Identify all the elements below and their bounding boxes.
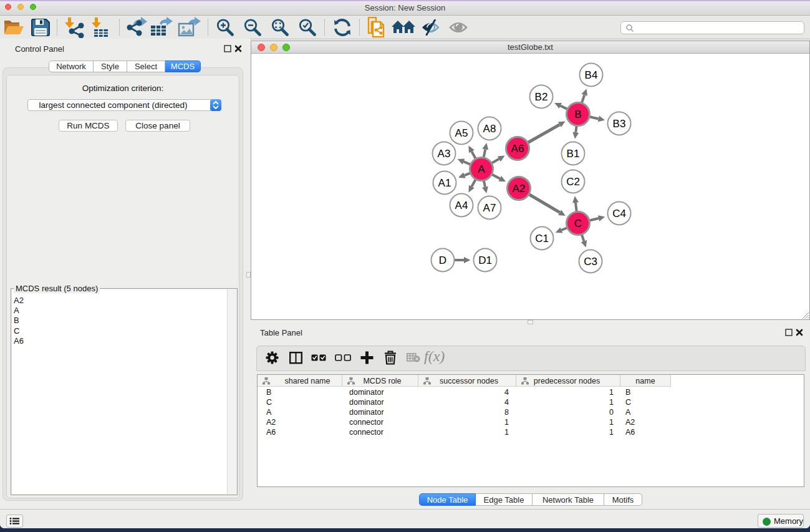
svg-text:1: 1 [609, 428, 614, 437]
svg-text:1: 1 [609, 398, 614, 407]
svg-text:dominator: dominator [349, 388, 384, 397]
svg-text:C4: C4 [612, 208, 626, 220]
svg-text:B: B [574, 109, 581, 120]
svg-text:C2: C2 [566, 176, 580, 188]
svg-text:C: C [574, 218, 582, 230]
svg-text:name: name [635, 377, 655, 385]
svg-text:A2: A2 [513, 183, 526, 195]
svg-text:0: 0 [609, 408, 614, 417]
svg-text:C3: C3 [584, 256, 597, 268]
svg-text:B: B [625, 388, 630, 397]
svg-text:A6: A6 [625, 428, 635, 437]
svg-text:A: A [625, 408, 631, 417]
svg-text:D: D [439, 254, 446, 266]
svg-text:A: A [266, 408, 272, 417]
svg-text:A8: A8 [483, 123, 496, 135]
svg-text:B4: B4 [585, 69, 598, 81]
svg-text:C: C [625, 398, 631, 407]
svg-text:A7: A7 [483, 202, 496, 214]
svg-text:A6: A6 [266, 428, 276, 437]
svg-text:D1: D1 [478, 254, 492, 266]
svg-text:B: B [266, 388, 271, 397]
svg-text:B2: B2 [535, 91, 548, 103]
svg-text:1: 1 [609, 418, 614, 427]
svg-text:A1: A1 [438, 177, 451, 189]
svg-text:A2: A2 [625, 418, 635, 427]
svg-text:B3: B3 [613, 118, 626, 130]
svg-text:1: 1 [504, 418, 509, 427]
svg-text:C: C [266, 398, 272, 407]
svg-text:1: 1 [504, 428, 509, 437]
svg-text:MCDS role: MCDS role [363, 377, 401, 385]
svg-text:A: A [478, 163, 485, 175]
svg-text:B1: B1 [567, 148, 580, 160]
svg-text:shared name: shared name [285, 377, 330, 385]
svg-text:A4: A4 [455, 200, 468, 211]
svg-text:4: 4 [504, 388, 509, 397]
svg-text:connector: connector [349, 418, 383, 427]
svg-text:dominator: dominator [349, 408, 384, 417]
svg-text:4: 4 [504, 398, 509, 407]
svg-text:A5: A5 [455, 127, 468, 139]
svg-text:successor nodes: successor nodes [440, 377, 498, 385]
svg-text:1: 1 [609, 388, 614, 397]
svg-text:8: 8 [504, 408, 509, 417]
svg-text:C1: C1 [535, 233, 549, 244]
svg-text:dominator: dominator [349, 398, 384, 407]
svg-text:A2: A2 [266, 418, 276, 427]
svg-text:predecessor nodes: predecessor nodes [534, 377, 600, 385]
svg-text:connector: connector [349, 428, 383, 437]
svg-text:A6: A6 [511, 143, 524, 155]
svg-text:A3: A3 [438, 148, 451, 160]
